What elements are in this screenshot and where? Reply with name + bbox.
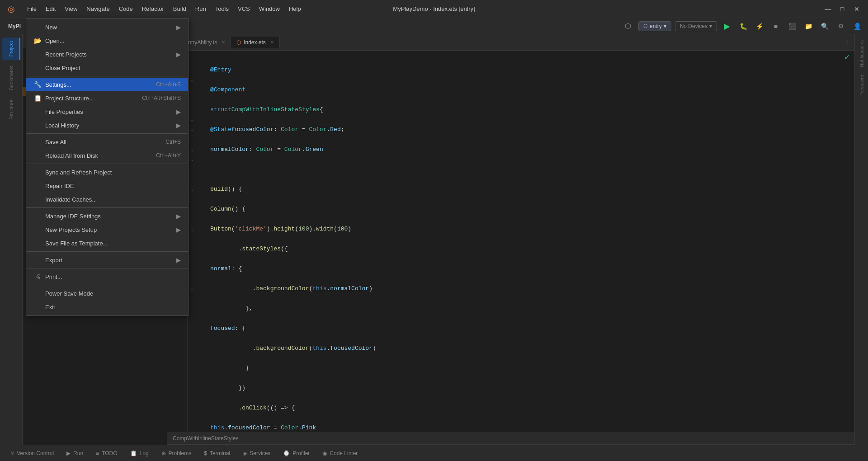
bottom-tab-label: Run [73, 450, 83, 456]
menu-print[interactable]: 🖨 Print... [26, 270, 188, 283]
stop-button[interactable]: ■ [769, 20, 782, 33]
bottom-tab-terminal[interactable]: $ Terminal [198, 447, 236, 459]
menu-navigate[interactable]: Navigate [82, 4, 114, 14]
fold-indicator[interactable]: ⌄ [188, 125, 197, 135]
code-line: normal: { [206, 264, 854, 274]
run-button[interactable]: ▶ [721, 20, 733, 33]
bottom-tab-run[interactable]: ▶ Run [60, 447, 90, 459]
menu-repair-ide[interactable]: Repair IDE [26, 179, 188, 193]
bottom-tab-vcs[interactable]: ⑂ Version Control [5, 447, 60, 459]
menu-new[interactable]: New ▶ [26, 20, 188, 34]
bottom-tab-linter[interactable]: ◉ Code Linter [316, 447, 364, 459]
right-sidebar: Notifications Previewer [854, 34, 868, 445]
user-button[interactable]: 👤 [851, 20, 863, 33]
entry-selector[interactable]: ⬡ entry ▾ [638, 21, 671, 31]
menu-divider [26, 251, 188, 252]
attach-button[interactable]: ⬛ [786, 20, 798, 33]
tabs-more-button[interactable]: ⋮ [841, 36, 854, 48]
export-icon [33, 256, 42, 264]
menu-manage-ide-settings[interactable]: Manage IDE Settings ▶ [26, 209, 188, 223]
menu-reload[interactable]: Reload All from Disk Ctrl+Alt+Y [26, 149, 188, 162]
code-line: } [206, 363, 854, 373]
fold-indicator[interactable]: ⌄ [188, 284, 197, 294]
menu-project-structure[interactable]: 📋 Project Structure... Ctrl+Alt+Shift+S [26, 91, 188, 105]
menu-edit[interactable]: Edit [41, 4, 60, 14]
shortcut-label: Ctrl+S [165, 139, 181, 145]
minimize-button[interactable]: — [821, 2, 835, 16]
editor-area: TS EntryAbility.ts ✕ ⬡ Index.ets ✕ ⋮ 1 2… [167, 34, 854, 445]
bottom-tab-label: Version Control [17, 450, 54, 456]
menu-export[interactable]: Export ▶ [26, 253, 188, 267]
sync-icon [33, 168, 42, 176]
sidebar-project[interactable]: Project [2, 38, 20, 60]
submenu-arrow: ▶ [176, 122, 181, 129]
menu-invalidate-caches[interactable]: Invalidate Caches... [26, 193, 188, 206]
fold-indicator[interactable]: ⌄ [188, 115, 197, 125]
menu-save-file-template[interactable]: Save File as Template... [26, 236, 188, 250]
fold-indicator[interactable]: ⌄ [188, 224, 197, 234]
menu-help[interactable]: Help [284, 4, 306, 14]
menu-label: Recent Projects [45, 51, 171, 58]
bottom-tab-label: Services [250, 450, 270, 456]
menu-label: File Properties [45, 108, 171, 115]
menu-settings[interactable]: 🔧 Settings... Ctrl+Alt+S [26, 78, 188, 91]
fold-indicator[interactable]: ⌄ [188, 184, 197, 194]
debug-button[interactable]: 🐛 [737, 20, 750, 33]
bottom-tab-todo[interactable]: ≡ TODO [90, 447, 123, 459]
tab-index[interactable]: ⬡ Index.ets ✕ [231, 37, 280, 48]
close-button[interactable]: ✕ [850, 2, 863, 16]
menu-view[interactable]: View [60, 4, 82, 14]
menu-tools[interactable]: Tools [211, 4, 233, 14]
menu-open[interactable]: 📂 Open... [26, 34, 188, 47]
menu-run[interactable]: Run [191, 4, 211, 14]
menu-window[interactable]: Window [255, 4, 284, 14]
bottom-tab-profiler[interactable]: ⌚ Profiler [277, 447, 316, 459]
menu-vcs[interactable]: VCS [233, 4, 255, 14]
debug-icon[interactable]: ⬡ [621, 20, 635, 32]
sidebar-previewer[interactable]: Previewer [856, 71, 867, 100]
maximize-button[interactable]: □ [835, 2, 849, 16]
code-content[interactable]: @Entry @Component struct CompWithInlineS… [197, 51, 854, 432]
profile-button[interactable]: ⚡ [753, 20, 766, 33]
fold-indicator[interactable]: ⌄ [188, 145, 197, 155]
bottom-tab-problems[interactable]: ⊕ Problems [155, 447, 198, 459]
close-icon [33, 64, 42, 72]
menu-power-save-mode[interactable]: Power Save Mode [26, 287, 188, 300]
bottom-tab-label: Problems [169, 450, 192, 456]
menu-label: New Projects Setup [45, 226, 171, 233]
sidebar-bookmarks[interactable]: Bookmarks [2, 62, 20, 94]
menu-file[interactable]: File [23, 4, 41, 14]
menu-refactor[interactable]: Refactor [137, 4, 169, 14]
entry-icon: ⬡ [643, 23, 648, 29]
submenu-arrow: ▶ [176, 213, 181, 220]
no-devices-arrow: ▾ [709, 23, 712, 29]
menu-code[interactable]: Code [114, 4, 137, 14]
bottom-tab-log[interactable]: 📋 Log [124, 447, 155, 459]
settings-button[interactable]: ⚙ [835, 20, 847, 33]
project-button[interactable]: 📁 [802, 20, 815, 33]
fold-indicator[interactable]: ⌄ [188, 155, 197, 165]
fold-indicator[interactable]: ⌄ [188, 75, 197, 85]
no-devices-button[interactable]: No Devices ▾ [675, 21, 717, 31]
bottom-tab-services[interactable]: ◈ Services [236, 447, 277, 459]
menu-sync-refresh[interactable]: Sync and Refresh Project [26, 165, 188, 179]
menu-build[interactable]: Build [169, 4, 191, 14]
code-editor[interactable]: 1 2 3 4 5 6 7 8 9 10 11 12 13 14 15 16 1… [167, 51, 854, 432]
close-tab-icon[interactable]: ✕ [270, 40, 274, 45]
sidebar-structure[interactable]: Structure [2, 96, 20, 123]
breadcrumb: CompWithInlineStateStyles [167, 432, 854, 445]
menu-file-properties[interactable]: File Properties ▶ [26, 105, 188, 118]
menu-local-history[interactable]: Local History ▶ [26, 118, 188, 132]
menu-save-all[interactable]: Save All Ctrl+S [26, 135, 188, 149]
menu-label: Print... [45, 273, 181, 280]
search-button[interactable]: 🔍 [818, 20, 831, 33]
menu-divider [26, 207, 188, 208]
menu-recent-projects[interactable]: Recent Projects ▶ [26, 47, 188, 61]
breadcrumb-file: CompWithInlineStateStyles [173, 435, 238, 442]
sidebar-notifications[interactable]: Notifications [856, 37, 867, 71]
menu-new-projects-setup[interactable]: New Projects Setup ▶ [26, 223, 188, 236]
window-controls: — □ ✕ [821, 2, 868, 16]
close-tab-icon[interactable]: ✕ [222, 40, 225, 45]
menu-close-project[interactable]: Close Project [26, 61, 188, 75]
menu-exit[interactable]: Exit [26, 300, 188, 314]
